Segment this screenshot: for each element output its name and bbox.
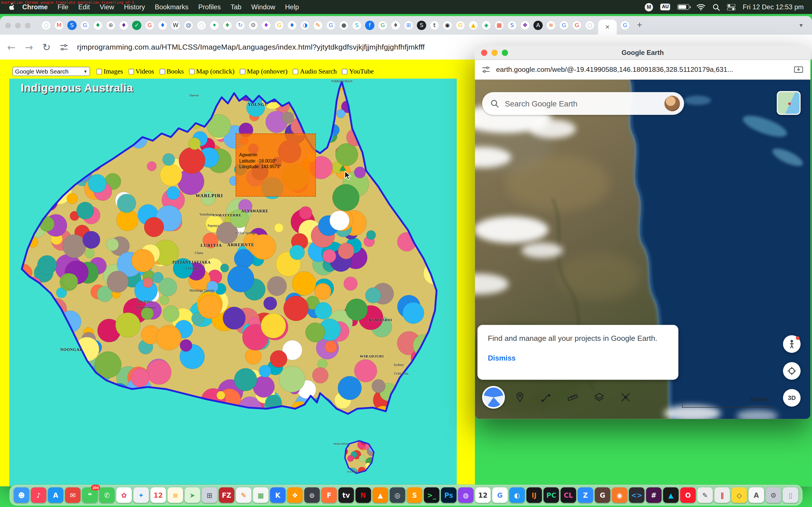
- browser-tab[interactable]: ◉: [443, 20, 452, 30]
- browser-tab[interactable]: ♦: [223, 20, 232, 30]
- browser-tab[interactable]: ↻: [236, 20, 245, 30]
- menu-profiles[interactable]: Profiles: [198, 3, 221, 11]
- browser-tab[interactable]: ❖: [520, 20, 530, 30]
- project-tools-button[interactable]: [614, 386, 637, 409]
- menu-tab[interactable]: Tab: [231, 3, 242, 11]
- browser-tab[interactable]: ✓: [132, 20, 141, 30]
- option-map-onclick-[interactable]: Map (onclick): [189, 67, 235, 75]
- dock-intellij-idea[interactable]: IJ: [526, 487, 542, 503]
- dismiss-button[interactable]: Dismiss: [488, 354, 516, 362]
- browser-tab[interactable]: G: [620, 20, 629, 30]
- earth-view-button[interactable]: [482, 386, 505, 409]
- dock-photoshop[interactable]: Ps: [441, 487, 456, 503]
- browser-tab[interactable]: G: [274, 20, 284, 30]
- dock-affinity[interactable]: ▲: [663, 487, 679, 503]
- browser-tab[interactable]: ♦: [119, 20, 128, 30]
- dock-terminal[interactable]: >_: [424, 487, 439, 503]
- checkbox[interactable]: [240, 68, 245, 74]
- option-images[interactable]: Images: [96, 67, 123, 75]
- dock-opera[interactable]: O: [680, 487, 696, 503]
- site-settings-icon[interactable]: [60, 43, 68, 51]
- browser-tab[interactable]: G: [559, 20, 569, 30]
- dock-vlc[interactable]: ▲: [373, 487, 388, 503]
- dock-notes[interactable]: ≡: [167, 487, 183, 503]
- browser-tab[interactable]: G: [572, 20, 581, 30]
- input-source-badge[interactable]: AU: [660, 4, 670, 10]
- dock-parallels[interactable]: ∥: [714, 487, 730, 503]
- checkbox[interactable]: [342, 68, 348, 74]
- control-center-icon[interactable]: [727, 4, 735, 10]
- browser-tab[interactable]: ⊞: [404, 20, 413, 30]
- ge-site-settings-icon[interactable]: [482, 66, 490, 73]
- dock-google-earth[interactable]: ◐: [509, 487, 525, 503]
- dock-facetime[interactable]: ✆: [99, 487, 115, 503]
- dock-mail[interactable]: ✉: [65, 487, 81, 503]
- browser-tab[interactable]: S: [507, 20, 517, 30]
- browser-tab[interactable]: G: [326, 20, 336, 30]
- browser-tab[interactable]: ✎: [313, 20, 322, 30]
- option-books[interactable]: Books: [159, 67, 184, 75]
- browser-tab[interactable]: S: [67, 20, 77, 30]
- ge-address-bar[interactable]: earth.google.com/web/@-19.41990588,146.1…: [496, 66, 788, 73]
- dock-gimp[interactable]: G: [595, 487, 610, 503]
- dock-obs[interactable]: ◎: [390, 487, 405, 503]
- dock-keynote[interactable]: K: [270, 487, 286, 503]
- dock-pycharm[interactable]: PC: [544, 487, 559, 503]
- menu-window[interactable]: Window: [251, 3, 275, 11]
- forward-button[interactable]: →: [25, 41, 33, 53]
- browser-tab[interactable]: ◌: [42, 20, 51, 30]
- dock-apple-tv[interactable]: tv: [338, 487, 354, 503]
- browser-tab[interactable]: ♦: [93, 20, 103, 30]
- browser-tab[interactable]: G: [456, 20, 465, 30]
- dock-app-store[interactable]: A: [48, 487, 63, 503]
- option-videos[interactable]: Videos: [128, 67, 154, 75]
- browser-tab[interactable]: W: [171, 20, 180, 30]
- browser-tab[interactable]: ✦: [210, 20, 219, 30]
- option-audio-search[interactable]: Audio Search: [293, 67, 337, 75]
- browser-tab[interactable]: ♦: [158, 20, 167, 30]
- dock-numbers[interactable]: ▦: [253, 487, 268, 503]
- browser-tab[interactable]: ▲: [469, 20, 478, 30]
- reload-button[interactable]: ↻: [42, 41, 50, 53]
- address-bar[interactable]: rjmprogramming.com.au/HTMLCSS/ImageMap/L…: [77, 43, 424, 51]
- battery-icon[interactable]: [677, 4, 689, 10]
- tab-search-chevron-icon[interactable]: ▾: [795, 22, 807, 29]
- dock-chrome[interactable]: G: [492, 487, 508, 503]
- dock-wacom[interactable]: ✎: [697, 487, 713, 503]
- spotlight-search-icon[interactable]: [713, 3, 720, 11]
- indigenous-map-panel[interactable]: Indigenous Australia: [9, 78, 457, 486]
- dock-filezilla[interactable]: FZ: [219, 487, 234, 503]
- dock-textedit[interactable]: A: [749, 487, 764, 503]
- earth-viewport[interactable]: Search Google Earth Find and manage all …: [475, 80, 810, 419]
- dock-finder[interactable]: ☻: [14, 487, 29, 503]
- menu-clock[interactable]: Fri 12 Dec 12:53 pm: [743, 3, 804, 11]
- active-tab[interactable]: ✕: [598, 20, 617, 35]
- browser-tab[interactable]: ♦: [391, 20, 400, 30]
- measure-button[interactable]: [561, 386, 584, 409]
- browser-tab[interactable]: ⚙: [249, 20, 258, 30]
- window-controls-inactive[interactable]: [5, 22, 31, 28]
- add-placemark-button[interactable]: [509, 386, 531, 409]
- ge-search-bar[interactable]: Search Google Earth: [482, 92, 684, 115]
- dock-zoom[interactable]: Z: [578, 487, 593, 503]
- browser-tab[interactable]: t: [430, 20, 439, 30]
- browser-tab[interactable]: ♦: [287, 20, 297, 30]
- option-map-onhover-[interactable]: Map (onhover): [240, 67, 288, 75]
- browser-tab[interactable]: ♦: [262, 20, 271, 30]
- browser-tab[interactable]: ◌: [197, 20, 206, 30]
- layers-button[interactable]: [588, 386, 611, 409]
- browser-tab[interactable]: ≋: [546, 20, 556, 30]
- overview-map-thumbnail[interactable]: [777, 91, 801, 115]
- 3d-toggle-button[interactable]: 3D: [783, 389, 801, 406]
- dock-mini-calendar[interactable]: 12: [475, 487, 491, 503]
- option-youtube[interactable]: YouTube: [342, 67, 374, 75]
- dock-blender[interactable]: ◉: [612, 487, 627, 503]
- dock-firefox[interactable]: F: [321, 487, 337, 503]
- dock-slack[interactable]: #: [646, 487, 661, 503]
- account-avatar[interactable]: [664, 96, 680, 111]
- browser-tab[interactable]: ▦: [495, 20, 504, 30]
- pegman-button[interactable]: [783, 335, 801, 353]
- ge-title-bar[interactable]: Google Earth: [475, 46, 810, 60]
- browser-tab[interactable]: ●: [339, 20, 349, 30]
- checkbox[interactable]: [128, 68, 134, 74]
